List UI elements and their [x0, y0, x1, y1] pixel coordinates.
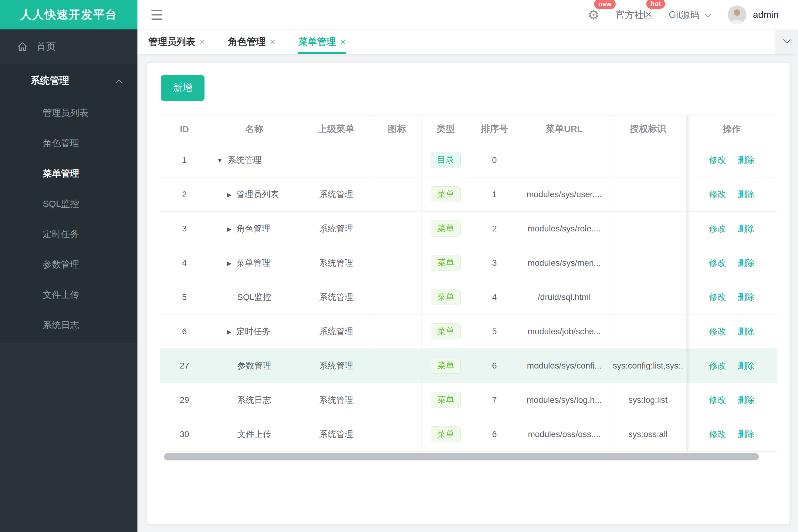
- menu-name-label: 菜单管理: [236, 258, 270, 267]
- community-link[interactable]: 官方社区 hot: [615, 8, 653, 21]
- cell-id: 1: [160, 143, 209, 177]
- caret-right-icon[interactable]: ▶: [227, 260, 231, 267]
- cell-permission: [610, 143, 686, 177]
- cell-icon: [373, 177, 422, 211]
- cell-parent-menu: 系统管理: [300, 280, 373, 314]
- table-row[interactable]: 27参数管理系统管理菜单6modules/sys/confi...sys:con…: [160, 348, 777, 383]
- sidebar: 人人快速开发平台 首页 系统管理 管理员列表角色管理菜单管理SQL监控定时任务参…: [0, 0, 137, 532]
- sidebar-group-items: 管理员列表角色管理菜单管理SQL监控定时任务参数管理文件上传系统日志: [0, 98, 137, 340]
- delete-link[interactable]: 删除: [738, 430, 755, 439]
- edit-link[interactable]: 修改: [709, 155, 726, 165]
- edit-link[interactable]: 修改: [709, 430, 726, 439]
- table-row[interactable]: 30文件上传系统管理菜单6modules/oss/oss....sys:oss:…: [160, 417, 777, 451]
- type-tag: 菜单: [431, 323, 461, 339]
- delete-link[interactable]: 删除: [738, 395, 755, 405]
- cell-type: 菜单: [422, 314, 470, 348]
- tab-0[interactable]: 管理员列表×: [148, 30, 206, 54]
- close-icon[interactable]: ×: [340, 37, 346, 47]
- username-label: admin: [753, 10, 779, 20]
- caret-right-icon[interactable]: ▶: [227, 226, 231, 232]
- sidebar-item-3[interactable]: SQL监控: [0, 189, 137, 219]
- sidebar-item-0[interactable]: 管理员列表: [0, 98, 137, 128]
- tab-2[interactable]: 菜单管理×: [298, 30, 346, 54]
- tab-bar: 管理员列表×角色管理×菜单管理×: [137, 30, 798, 54]
- cell-order: 2: [470, 211, 519, 246]
- cell-type: 菜单: [422, 383, 470, 417]
- cell-name: SQL监控: [209, 280, 300, 314]
- main-content: 新增 ID名称上级菜单图标类型排序号菜单URL授权标识操作 1▼系统管理目录0修…: [137, 54, 798, 532]
- avatar: [728, 5, 746, 24]
- delete-link[interactable]: 删除: [738, 292, 755, 302]
- delete-link[interactable]: 删除: [738, 361, 755, 370]
- caret-right-icon[interactable]: ▶: [227, 191, 231, 198]
- cell-parent-menu: 系统管理: [300, 177, 373, 211]
- settings-button[interactable]: ⚙︎ new: [588, 8, 599, 21]
- edit-link[interactable]: 修改: [709, 258, 726, 267]
- sidebar-item-home[interactable]: 首页: [0, 30, 137, 64]
- close-icon[interactable]: ×: [270, 37, 276, 47]
- edit-link[interactable]: 修改: [709, 395, 726, 405]
- cell-icon: [373, 143, 422, 177]
- edit-link[interactable]: 修改: [709, 190, 726, 199]
- delete-link[interactable]: 删除: [738, 224, 755, 233]
- tab-1[interactable]: 角色管理×: [227, 30, 276, 54]
- tabbar-tabs: 管理员列表×角色管理×菜单管理×: [137, 30, 798, 54]
- caret-down-icon[interactable]: ▼: [217, 157, 223, 164]
- edit-link[interactable]: 修改: [709, 361, 726, 370]
- sidebar-group-system: 系统管理 管理员列表角色管理菜单管理SQL监控定时任务参数管理文件上传系统日志: [0, 64, 137, 343]
- edit-link[interactable]: 修改: [709, 327, 726, 336]
- tab-label: 管理员列表: [148, 36, 196, 48]
- cell-actions: 修改删除: [686, 348, 777, 383]
- hamburger-icon[interactable]: [151, 10, 162, 20]
- sidebar-item-1[interactable]: 角色管理: [0, 128, 137, 158]
- horizontal-scrollbar[interactable]: [160, 452, 777, 462]
- sidebar-item-5[interactable]: 参数管理: [0, 249, 137, 280]
- table-row[interactable]: 5SQL监控系统管理菜单4/druid/sql.html修改删除: [160, 280, 777, 314]
- table-row[interactable]: 1▼系统管理目录0修改删除: [160, 143, 777, 177]
- edit-link[interactable]: 修改: [709, 292, 726, 302]
- cell-menu-url: modules/sys/confi...: [519, 348, 610, 383]
- scrollbar-thumb[interactable]: [164, 453, 759, 460]
- cell-name: ▼系统管理: [209, 143, 300, 177]
- table-row[interactable]: 2▶管理员列表系统管理菜单1modules/sys/user....修改删除: [160, 177, 777, 211]
- cell-icon: [373, 280, 422, 314]
- delete-link[interactable]: 删除: [738, 190, 755, 199]
- tab-label: 角色管理: [228, 36, 266, 48]
- cell-permission: sys:log:list: [610, 383, 686, 417]
- sidebar-group-header[interactable]: 系统管理: [0, 64, 137, 98]
- home-icon: [17, 41, 28, 52]
- tabs-dropdown-button[interactable]: [775, 30, 798, 54]
- delete-link[interactable]: 删除: [738, 155, 755, 165]
- sidebar-item-7[interactable]: 系统日志: [0, 310, 137, 340]
- cell-menu-url: [519, 143, 610, 177]
- cell-menu-url: modules/sys/role....: [519, 211, 610, 246]
- chevron-up-icon: [115, 75, 123, 87]
- sidebar-item-6[interactable]: 文件上传: [0, 280, 137, 310]
- table-row[interactable]: 29系统日志系统管理菜单7modules/sys/log.h...sys:log…: [160, 383, 777, 417]
- table-row[interactable]: 6▶定时任务系统管理菜单5modules/job/sche...修改删除: [160, 314, 777, 348]
- close-icon[interactable]: ×: [200, 37, 205, 47]
- user-menu[interactable]: admin: [728, 5, 779, 24]
- table-row[interactable]: 4▶菜单管理系统管理菜单3modules/sys/men...修改删除: [160, 246, 777, 280]
- gear-icon: ⚙︎: [588, 7, 599, 22]
- cell-parent-menu: 系统管理: [300, 417, 373, 451]
- cell-menu-url: modules/sys/log.h...: [519, 383, 610, 417]
- caret-right-icon[interactable]: ▶: [227, 328, 231, 335]
- add-button[interactable]: 新增: [161, 75, 204, 101]
- table-row[interactable]: 3▶角色管理系统管理菜单2modules/sys/role....修改删除: [160, 211, 777, 246]
- cell-actions: 修改删除: [686, 177, 777, 211]
- cell-icon: [373, 314, 422, 348]
- top-header: ⚙︎ new 官方社区 hot Git源码: [137, 0, 798, 30]
- git-source-dropdown[interactable]: Git源码: [669, 8, 712, 21]
- menu-table: ID名称上级菜单图标类型排序号菜单URL授权标识操作 1▼系统管理目录0修改删除…: [160, 115, 777, 462]
- delete-link[interactable]: 删除: [738, 327, 755, 336]
- delete-link[interactable]: 删除: [738, 258, 755, 267]
- edit-link[interactable]: 修改: [709, 224, 726, 233]
- cell-parent-menu: 系统管理: [300, 246, 373, 280]
- sidebar-item-4[interactable]: 定时任务: [0, 219, 137, 249]
- cell-actions: 修改删除: [686, 280, 777, 314]
- menu-name-label: 参数管理: [237, 361, 271, 370]
- sidebar-item-2[interactable]: 菜单管理: [0, 158, 137, 189]
- type-tag: 菜单: [431, 221, 461, 236]
- cell-permission: [610, 211, 686, 246]
